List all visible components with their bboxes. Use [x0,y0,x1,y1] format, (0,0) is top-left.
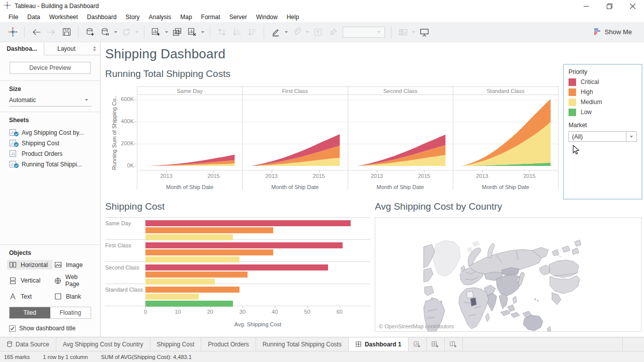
panel-header: Second Class [348,86,453,95]
object-text[interactable]: Text [7,292,52,301]
new-worksheet-button[interactable] [150,25,162,39]
bar-high[interactable] [145,227,273,233]
show-dashboard-title-row[interactable]: Show dashboard title [9,325,91,332]
tab-label: Product Orders [208,341,249,348]
tab-running-total-shipping-costs[interactable]: Running Total Shipping Costs [256,337,349,351]
tab-label: Avg Shipping Cost by Country [63,341,143,348]
area-plot[interactable] [137,95,242,170]
bar-high[interactable] [145,272,248,278]
object-horizontal[interactable]: Horizontal [7,260,52,269]
presentation-mode-button[interactable] [418,25,430,39]
vertical-container-icon [9,277,17,285]
new-datasource-button[interactable] [84,25,96,39]
sheet-used-badge-icon [14,131,19,138]
pause-auto-updates-button[interactable] [99,25,111,39]
tiled-button[interactable]: Tiled [10,307,50,318]
save-button[interactable] [60,25,72,39]
sheets-section-label: Sheets [9,117,91,124]
clear-sheet-button[interactable] [186,25,198,39]
tableau-home-button[interactable] [7,25,19,39]
tab-label: Dashboard 1 [365,341,401,348]
new-story-tab-button[interactable] [445,337,463,351]
size-dropdown[interactable]: Automatic [9,93,92,107]
pane-tabs: Dashboa... Layout [0,42,100,55]
duplicate-sheet-button[interactable] [171,25,183,39]
object-vertical[interactable]: Vertical [7,273,52,289]
show-title-checkbox[interactable] [9,325,16,332]
clear-sheet-caret-icon[interactable] [201,31,204,33]
sheet-tab-bar: Data Source Avg Shipping Cost by Country… [0,337,644,351]
bar-x-tick-label: 10 [175,309,181,315]
market-filter-dropdown[interactable]: (All) [569,131,637,142]
menu-file[interactable]: File [4,13,23,22]
market-dropdown-button[interactable] [626,132,636,141]
sheet-item-avg-shipping-cost[interactable]: Avg Shipping Cost by... [9,128,91,138]
redo-button[interactable] [45,25,57,39]
bar-x-tick-label: 60 [337,309,343,315]
bar-critical[interactable] [145,242,343,248]
x-ticks: 20132015 [453,170,558,179]
area-plot[interactable] [348,95,453,170]
bar-x-axis: 0102030405060 [105,306,370,319]
area-plot[interactable] [453,95,558,170]
maximize-button[interactable] [598,0,621,12]
device-preview-button[interactable]: Device Preview [10,62,91,74]
world-map[interactable]: © OpenStreetMap contributors [375,217,641,332]
menu-window[interactable]: Window [252,13,282,22]
area-panel-same-day: Same Day 20132015 Month of Ship Date [137,86,243,190]
object-blank[interactable]: Blank [52,292,93,301]
undo-button[interactable] [30,25,42,39]
legend-item-high[interactable]: High [564,87,641,97]
legend-item-critical[interactable]: Critical [564,77,641,87]
new-worksheet-caret-icon[interactable] [165,31,168,33]
object-image[interactable]: Image [52,260,93,269]
bar-high[interactable] [145,287,239,293]
object-web-page[interactable]: Web Page [52,273,93,289]
window-title: Tableau - Building a Dashboard [15,3,99,10]
menu-analysis[interactable]: Analysis [144,13,176,22]
legend-item-low[interactable]: Low [564,107,641,117]
sheet-item-label: Product Orders [22,150,62,157]
bar-critical[interactable] [145,264,328,270]
close-button[interactable] [621,0,644,12]
minimize-button[interactable] [575,0,598,12]
highlight-button[interactable] [270,25,282,39]
menu-data[interactable]: Data [23,13,44,22]
legend-item-medium[interactable]: Medium [564,97,641,107]
fit-selector[interactable] [343,27,385,38]
tab-layout-pane[interactable]: Layout [44,42,89,55]
run-update-button [120,25,132,39]
sheet-item-shipping-cost[interactable]: Shipping Cost [9,138,91,148]
menu-server[interactable]: Server [225,13,252,22]
pane-switch-icon[interactable] [89,42,100,55]
show-me-button[interactable]: Show Me [594,28,639,37]
pause-updates-caret-icon[interactable] [114,31,117,33]
tab-shipping-cost[interactable]: Shipping Cost [150,337,202,351]
legend-filter-panel[interactable]: Priority Critical High Medium Low Ma [563,64,642,200]
bar-high[interactable] [145,249,273,255]
floating-button[interactable]: Floating [50,307,91,318]
x-tick-label: 2015 [523,173,535,179]
tab-dashboard-pane[interactable]: Dashboa... [0,42,44,55]
bar-critical[interactable] [145,220,351,226]
tab-dashboard-1[interactable]: Dashboard 1 [349,337,409,351]
tab-label: Data Source [16,341,49,348]
area-plot[interactable] [243,95,347,170]
menu-help[interactable]: Help [282,13,304,22]
x-tick-label: 2013 [371,173,383,179]
highlight-caret-icon[interactable] [285,31,288,33]
tab-product-orders[interactable]: Product Orders [201,337,256,351]
tab-data-source[interactable]: Data Source [0,337,56,351]
menu-dashboard[interactable]: Dashboard [83,13,121,22]
bar-row: Standard Class [105,284,370,306]
new-dashboard-tab-button[interactable] [427,337,445,351]
sheet-item-running-total[interactable]: Running Total Shippi... [9,159,91,169]
menu-story[interactable]: Story [121,13,144,22]
menu-map[interactable]: Map [176,13,196,22]
menu-format[interactable]: Format [197,13,225,22]
menu-worksheet[interactable]: Worksheet [45,13,83,22]
tab-avg-shipping-cost-by-country[interactable]: Avg Shipping Cost by Country [56,337,150,351]
sheet-item-product-orders[interactable]: Product Orders [9,149,91,159]
new-worksheet-tab-button[interactable] [409,337,427,351]
bar-medium[interactable] [145,294,199,300]
